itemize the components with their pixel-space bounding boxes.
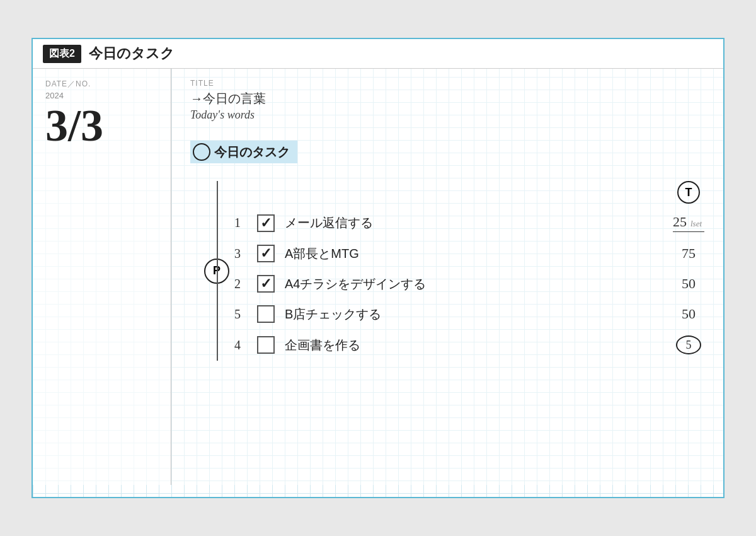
main-content: TITLE →今日の言葉 Today's words 今日のタスク P [171,69,723,485]
task-label: A部長とMTG [285,245,663,262]
task-score: 5 [673,335,704,354]
task-checkbox[interactable] [257,275,275,293]
task-label: メール返信する [285,214,663,231]
t-circle: T [677,181,700,204]
title-label: TITLE [190,79,704,88]
header: 図表2 今日のタスク [33,39,723,69]
task-label: B店チェックする [285,306,663,323]
task-label: 企画書を作る [285,337,663,354]
title-section: TITLE →今日の言葉 Today's words [190,79,704,122]
task-list: T 1メール返信する25lset3A部長とMTG752A4チラシをデザインする5… [228,181,704,361]
task-score: 25lset [673,214,704,232]
task-checkbox[interactable] [257,214,275,232]
section-heading: 今日のタスク [190,141,297,163]
score-header-row: T [228,181,704,207]
task-row: 4企画書を作る5 [228,329,704,361]
lset-label: lset [690,219,702,229]
p-line [217,181,218,361]
header-title: 今日のタスク [89,44,175,63]
tasks-wrapper: P T 1メール返信する25lset3A部長とMTG752A4チラシをデザインす… [190,181,704,361]
date-column: DATE／NO. 2024 3/3 [33,69,171,485]
circle-icon [193,143,210,161]
task-row: 2A4チラシをデザインする50 [228,269,704,299]
task-num: 5 [228,307,247,322]
task-checkbox[interactable] [257,305,275,323]
score-with-lset: 25lset [673,214,704,232]
badge: 図表2 [43,45,81,63]
task-checkbox[interactable] [257,245,275,262]
main-card: 図表2 今日のタスク DATE／NO. 2024 3/3 TITLE →今日の言… [32,38,724,498]
circled-score: 5 [676,335,701,354]
date-label: DATE／NO. [45,79,158,90]
task-score: 50 [673,306,704,322]
title-sub-text: Today's words [190,108,704,122]
title-arrow-text: →今日の言葉 [190,90,704,107]
date-year: 2024 [45,91,158,100]
task-num: 1 [228,216,247,230]
task-score: 75 [673,245,704,262]
task-label: A4チラシをデザインする [285,276,663,293]
task-num: 2 [228,277,247,291]
task-score: 50 [673,276,704,292]
score-number: 25 [673,214,687,230]
date-value: 3/3 [45,103,158,148]
task-row: 1メール返信する25lset [228,207,704,238]
section-heading-text: 今日のタスク [214,144,290,161]
task-row: 5B店チェックする50 [228,299,704,329]
task-num: 3 [228,247,247,261]
task-num: 4 [228,338,247,352]
content-area: DATE／NO. 2024 3/3 TITLE →今日の言葉 Today's w… [33,69,723,485]
task-checkbox[interactable] [257,336,275,354]
task-row: 3A部長とMTG75 [228,238,704,269]
